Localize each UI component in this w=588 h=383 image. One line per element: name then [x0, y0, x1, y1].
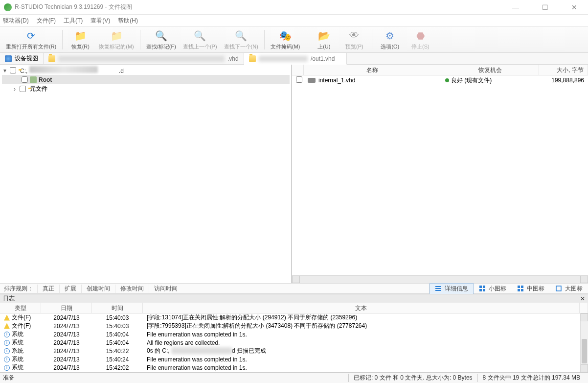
expander-icon[interactable]: › — [12, 86, 18, 93]
sort-mtime[interactable]: 修改时间 — [115, 285, 149, 293]
up-button[interactable]: 📂上(U) — [309, 28, 339, 51]
find-next-icon: 🔍 — [235, 29, 248, 42]
disk-file-icon — [308, 78, 316, 83]
tab-vhd-1[interactable]: redacted .vhd — [44, 53, 244, 64]
log-time: 15:42:02 — [92, 364, 143, 371]
sort-ctime[interactable]: 创建时间 — [81, 285, 115, 293]
close-log-button[interactable]: ✕ — [580, 295, 585, 302]
window-buttons: ― ☐ ✕ — [506, 3, 584, 11]
recover-button[interactable]: 📁恢复(R) — [66, 28, 95, 51]
log-row[interactable]: i系统2024/7/1315:40:04File enumeration was… — [0, 330, 580, 338]
menu-file[interactable]: 文件(F) — [37, 17, 56, 25]
menu-tools[interactable]: 工具(T) — [64, 17, 83, 25]
options-button[interactable]: ⚙选项(O) — [375, 28, 405, 51]
window-title: R-STUDIO Technician 9.3.191269 - 文件视图 — [15, 3, 132, 11]
log-type: 系统 — [12, 355, 23, 363]
scroll-track[interactable] — [300, 276, 580, 283]
log-header: 日志 ✕ — [0, 294, 588, 303]
view-large-button[interactable]: 大图标 — [550, 283, 588, 294]
sort-real[interactable]: 真正 — [37, 285, 59, 293]
log-row[interactable]: 文件(F)2024/7/1315:40:03[字段:131074]正在关闭属性:… — [0, 313, 580, 322]
log-col-text[interactable]: 文本 — [143, 303, 580, 313]
preview-button[interactable]: 👁预览(P) — [339, 28, 369, 51]
col-checkbox[interactable] — [292, 65, 304, 75]
log-row[interactable]: i系统2024/7/1315:42:02All file regions are… — [0, 372, 580, 372]
folder-icon — [48, 55, 55, 62]
tree-checkbox[interactable] — [20, 86, 26, 92]
log-date: 2024/7/13 — [41, 331, 92, 338]
col-name[interactable]: 名称 — [304, 65, 441, 75]
view-medium-button[interactable]: 中图标 — [512, 283, 550, 294]
tab-strip: 设备视图 redacted .vhd redacted /out1.vhd — [0, 53, 588, 65]
log-row[interactable]: i系统2024/7/1315:40:24File enumeration was… — [0, 355, 580, 363]
mask-icon: 🎭 — [279, 29, 292, 42]
view-small-button[interactable]: 小图标 — [474, 283, 512, 294]
tree-checkbox[interactable] — [10, 67, 16, 73]
stop-button[interactable]: ⬣停止(S) — [406, 28, 435, 51]
log-col-time[interactable]: 时间 — [92, 303, 143, 313]
scroll-right-icon[interactable] — [580, 276, 588, 283]
h-scrollbar[interactable] — [292, 275, 588, 283]
file-mask-button[interactable]: 🎭文件掩码(M) — [268, 28, 303, 51]
eye-icon: 👁 — [348, 29, 361, 42]
minimize-button[interactable]: ― — [506, 3, 525, 11]
expander-icon[interactable]: ▾ — [2, 67, 8, 74]
tree-row[interactable]: Root — [2, 75, 290, 84]
scroll-down-icon[interactable] — [581, 364, 588, 372]
svg-rect-4 — [483, 286, 485, 288]
find-mark-button[interactable]: 🔍查找/标记(F) — [143, 28, 179, 51]
svg-rect-6 — [483, 289, 485, 291]
menu-drives[interactable]: 驱动器(D) — [3, 17, 29, 25]
file-row[interactable]: internal_1.vhd 良好 (现有文件) 199,888,896 — [292, 75, 588, 85]
col-recovery[interactable]: 恢复机会 — [441, 65, 539, 75]
log-time: 15:40:03 — [92, 323, 143, 330]
log-body[interactable]: 文件(F)2024/7/1315:40:03[字段:131074]正在关闭属性:… — [0, 313, 588, 372]
file-list-body[interactable]: internal_1.vhd 良好 (现有文件) 199,888,896 — [292, 75, 588, 275]
view-details-button[interactable]: 详细信息 — [430, 283, 474, 294]
recover-marked-button[interactable]: 📁恢复标记的(M) — [96, 28, 137, 51]
log-row[interactable]: i系统2024/7/1315:40:220s 的 C:, xxxxxxxxxxx… — [0, 347, 580, 355]
scroll-left-icon[interactable] — [292, 276, 300, 283]
col-size[interactable]: 大小, 字节 — [539, 65, 588, 75]
log-row[interactable]: i系统2024/7/1315:40:04All file regions are… — [0, 338, 580, 347]
find-next-button[interactable]: 🔍查找下一个(N) — [221, 28, 261, 51]
tab-devices[interactable]: 设备视图 — [0, 53, 44, 64]
warning-icon — [4, 315, 10, 321]
scroll-thumb[interactable] — [582, 339, 587, 363]
log-date: 2024/7/13 — [41, 364, 92, 371]
file-checkbox[interactable] — [296, 76, 302, 83]
tab-vhd-2[interactable]: redacted /out1.vhd — [244, 53, 347, 65]
info-icon: i — [4, 340, 10, 346]
sort-atime[interactable]: 访问时间 — [149, 285, 182, 293]
find-prev-button[interactable]: 🔍查找上一个(P) — [180, 28, 220, 51]
log-col-type[interactable]: 类型 — [0, 303, 41, 313]
log-time: 15:40:22 — [92, 348, 143, 355]
scroll-up-icon[interactable] — [581, 313, 588, 321]
tree-row[interactable]: › 元文件 — [2, 84, 290, 94]
menu-bar: 驱动器(D) 文件(F) 工具(T) 查看(V) 帮助(H) — [0, 15, 588, 26]
info-icon: i — [4, 332, 10, 337]
svg-rect-8 — [521, 286, 523, 288]
sliders-icon: ⚙ — [384, 29, 396, 42]
medium-icons-icon — [517, 285, 524, 292]
sort-ext[interactable]: 扩展 — [59, 285, 81, 293]
log-type: 系统 — [12, 363, 23, 372]
tree-checkbox[interactable] — [22, 76, 28, 83]
log-col-date[interactable]: 日期 — [41, 303, 92, 313]
log-type: 文件(F) — [12, 322, 31, 330]
folder-tree[interactable]: ▾ C:, .d Root › 元文件 — [0, 65, 292, 283]
log-row[interactable]: 文件(F)2024/7/1315:40:03[字段:7995393]正在关闭属性… — [0, 322, 580, 330]
log-text: 0s 的 C:, xxxxxxxxxxxxxxxxxxxxd 扫描已完成 — [143, 347, 580, 355]
reopen-button[interactable]: ⟳重新打开所有文件(R) — [3, 28, 59, 51]
svg-rect-0 — [435, 286, 441, 287]
status-marked: 已标记: 0 文件 和 0 文件夹. 总大小为: 0 Bytes — [348, 374, 477, 382]
close-button[interactable]: ✕ — [565, 3, 584, 11]
maximize-button[interactable]: ☐ — [535, 3, 555, 11]
v-scrollbar[interactable] — [580, 313, 588, 372]
menu-help[interactable]: 帮助(H) — [118, 17, 138, 25]
tree-row[interactable]: ▾ C:, .d — [2, 66, 290, 75]
svg-rect-11 — [556, 286, 561, 291]
menu-view[interactable]: 查看(V) — [90, 17, 110, 25]
log-row[interactable]: i系统2024/7/1315:42:02File enumeration was… — [0, 363, 580, 372]
svg-rect-2 — [435, 290, 441, 291]
